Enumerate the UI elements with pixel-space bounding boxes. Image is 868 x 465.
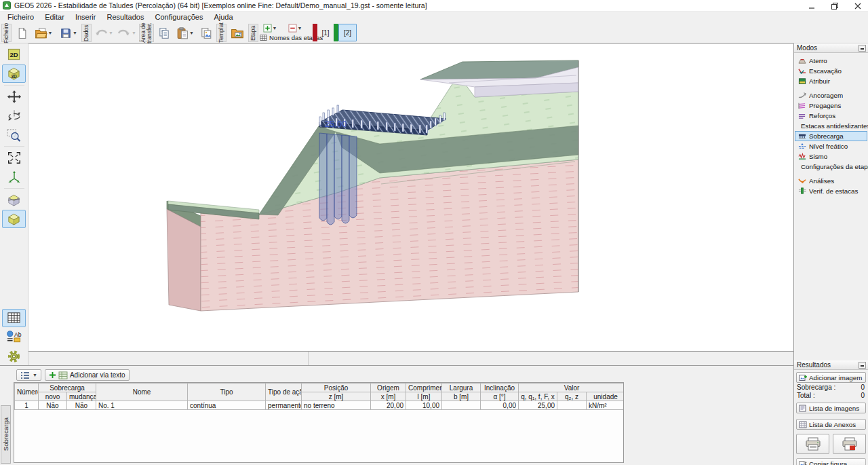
copy-figure-button[interactable]: Copiar figura [796, 458, 866, 465]
view-3d-button[interactable]: 3D [2, 64, 26, 83]
redo-button[interactable]: ▼ [116, 24, 138, 42]
mode-item-sobrecarga[interactable]: Sobrecarga [795, 131, 867, 141]
view-2d-icon: 2D [6, 48, 22, 62]
image-list-icon [799, 405, 807, 412]
menu-inserir[interactable]: Inserir [70, 12, 102, 22]
open-dropdown-caret[interactable]: ▼ [48, 31, 53, 35]
mode-item-atribuir[interactable]: Atribuir [795, 76, 867, 86]
stage-2-button[interactable]: [2] [338, 24, 357, 41]
settings-button[interactable] [2, 347, 26, 365]
table-header-row-1: Número Sobrecarga Nome Tipo Tipo de ação… [15, 384, 625, 392]
annex-list-button[interactable]: Lista de Anexos [796, 419, 866, 430]
col-sobrecarga[interactable]: Sobrecarga [39, 384, 96, 392]
mode-item-pregagens[interactable]: Pregagens [795, 100, 867, 111]
col-mudanca[interactable]: mudança [67, 392, 96, 401]
mode-item-ancoragem[interactable]: Ancoragem [795, 90, 867, 100]
axes-button[interactable] [2, 168, 26, 186]
open-file-button[interactable]: ▼ [32, 24, 55, 42]
view-2d-button[interactable]: 2D [2, 45, 26, 64]
save-button[interactable]: ▼ [57, 24, 80, 42]
paste-button[interactable]: ▼ [174, 24, 196, 42]
menu-ajuda[interactable]: Ajuda [208, 12, 238, 22]
table-row[interactable]: 1 Não Não No. 1 contínua permanente no t… [15, 401, 625, 410]
clip-view-button[interactable] [2, 191, 26, 209]
list-menu-button[interactable]: ▼ [16, 369, 41, 381]
col-posicao[interactable]: Posição [302, 384, 371, 392]
print-button[interactable] [796, 434, 829, 454]
grid-tables-button[interactable] [2, 309, 26, 327]
mode-item-reforcos[interactable]: Reforços [795, 111, 867, 121]
modes-minimize-button[interactable] [859, 45, 866, 52]
menu-ficheiro[interactable]: Ficheiro [2, 12, 39, 22]
fit-view-icon [7, 151, 22, 165]
zoom-window-button[interactable] [2, 126, 26, 144]
stage-1-button[interactable]: [1] [319, 24, 332, 41]
remove-stage-button[interactable]: ▼ [285, 23, 305, 33]
mode-item-escavacao[interactable]: Escavação [795, 66, 867, 76]
copy-icon [158, 27, 170, 39]
copy-button[interactable] [155, 24, 173, 42]
surcharge-table-container: Número Sobrecarga Nome Tipo Tipo de ação… [14, 382, 624, 463]
rotate-view-button[interactable] [2, 107, 26, 125]
add-stage-caret[interactable]: ▼ [273, 26, 277, 31]
paste-dropdown-caret[interactable]: ▼ [189, 31, 194, 35]
copy-picture-button[interactable] [197, 24, 215, 42]
mode-item-configuracoes-etapa[interactable]: Configurações da etapa [795, 162, 867, 172]
mode-item-aterro[interactable]: Aterro [795, 56, 867, 66]
undo-button[interactable]: ▼ [93, 24, 115, 42]
mode-item-analises[interactable]: Análises [795, 176, 867, 186]
remove-stage-caret[interactable]: ▼ [298, 26, 302, 31]
col-valor[interactable]: Valor [519, 384, 624, 392]
stage-1-color-bar [313, 24, 317, 41]
col-nome[interactable]: Nome [96, 384, 188, 401]
undo-dropdown-caret[interactable]: ▼ [108, 31, 113, 35]
list-menu-caret[interactable]: ▼ [33, 373, 37, 377]
toolbar-group-template: Templat [216, 24, 226, 42]
menu-resultados[interactable]: Resultados [101, 12, 149, 22]
col-numero[interactable]: Número [15, 384, 39, 401]
visual-style-button[interactable] [2, 210, 26, 228]
menu-editar[interactable]: Editar [39, 12, 70, 22]
separator [4, 85, 24, 86]
view-toolbar: 2D 3D [0, 43, 28, 365]
menu-bar: Ficheiro Editar Inserir Resultados Confi… [0, 12, 868, 22]
status-segment-right [309, 352, 793, 365]
col-comprimento[interactable]: Comprimento [406, 384, 442, 392]
soil-layer-pink-hatch [201, 160, 578, 311]
redo-icon [117, 28, 131, 39]
mode-item-estacas-antideslizantes[interactable]: Estacas antideslizantes [795, 121, 867, 131]
results-minimize-button[interactable] [859, 362, 866, 369]
col-tipo[interactable]: Tipo [188, 384, 266, 401]
save-dropdown-caret[interactable]: ▼ [73, 31, 77, 35]
frame-tab-sobrecarga[interactable]: Sobrecarga [1, 405, 11, 464]
app-window: GEO5 2026 - Estabilidade de Taludes (Per… [0, 0, 868, 465]
pan-button[interactable] [2, 88, 26, 106]
menu-configuracoes[interactable]: Configurações [149, 12, 208, 22]
annex-list-icon [799, 421, 807, 428]
print-buttons [796, 434, 866, 454]
minimize-button[interactable] [807, 2, 816, 10]
col-inclinacao[interactable]: Inclinação [481, 384, 519, 392]
antislide-pile-curtain[interactable] [319, 133, 357, 225]
redo-dropdown-caret[interactable]: ▼ [132, 31, 136, 35]
model-canvas[interactable]: 25,00 [28, 43, 793, 351]
add-stage-button[interactable]: ▼ [260, 23, 280, 33]
analysis-icon [798, 177, 806, 185]
fit-view-button[interactable] [2, 149, 26, 167]
col-tipo-acao[interactable]: Tipo de ação [266, 384, 302, 401]
text-annotations-button[interactable]: Ab [2, 328, 26, 346]
col-largura[interactable]: Largura [442, 384, 481, 392]
new-file-button[interactable] [13, 24, 31, 42]
add-via-text-button[interactable]: Adicionar via texto [45, 369, 130, 381]
mode-item-sismo[interactable]: Sismo [795, 151, 867, 162]
col-origem[interactable]: Origem [371, 384, 406, 392]
image-list-button[interactable]: Lista de imagens [796, 403, 866, 413]
add-image-button[interactable]: Adicionar imagem [796, 372, 866, 383]
close-button[interactable] [853, 2, 863, 10]
mode-item-verif-estacas[interactable]: Verif. de estacas [795, 186, 867, 196]
col-novo[interactable]: novo [39, 392, 67, 401]
restore-button[interactable] [830, 2, 840, 10]
mode-item-nivel-freatico[interactable]: Nível freático [795, 141, 867, 151]
open-template-button[interactable] [228, 24, 247, 42]
print-pdf-button[interactable] [833, 434, 866, 454]
